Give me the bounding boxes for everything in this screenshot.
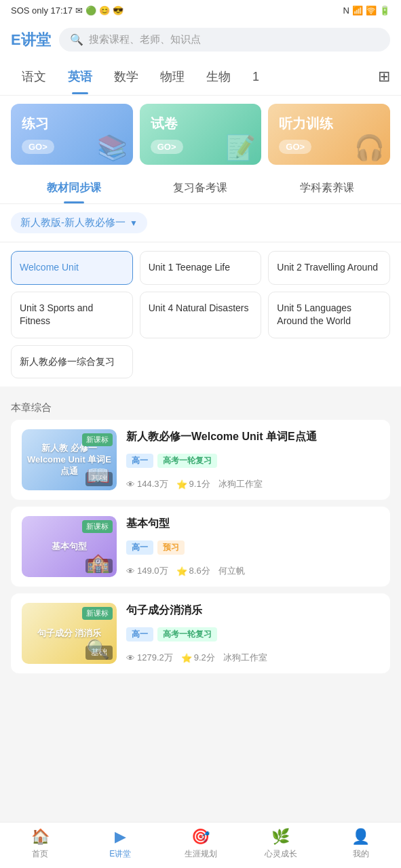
user-icon: 👤 [351,828,370,846]
tag-type-3: 高考一轮复习 [157,627,217,642]
subject-tabs: 语文 英语 数学 物理 生物 1 ⊞ [0,58,401,96]
banner-practice-deco: 📚 [97,134,128,162]
course-meta-1: 👁 144.3万 ⭐ 9.1分 冰狗工作室 [126,478,379,490]
thumb-text-2: 基本句型 [46,536,92,558]
thumb-illust-1: 📖 [86,465,110,487]
nav-career-label: 生涯规划 [185,848,217,860]
nav-growth-label: 心灵成长 [265,848,297,860]
subject-tab-chinese[interactable]: 语文 [11,59,57,94]
subject-tab-math[interactable]: 数学 [103,59,149,94]
status-left: SOS only 17:17 ✉ 🟢 😊 😎 [11,5,123,16]
status-right: N 📶 🛜 🔋 [343,5,390,16]
wifi-icon: 🛜 [366,5,377,16]
banner-exam[interactable]: 试卷 GO> 📝 [140,104,262,165]
unit-cell-3[interactable]: Unit 3 Sports and Fitness [11,292,133,338]
textbook-label: 新人教版-新人教必修一 [20,216,126,229]
sos-time: SOS only 17:17 [11,5,73,16]
nav-ejiangtang-label: E讲堂 [109,848,131,860]
author-3: 冰狗工作室 [223,652,267,664]
rating-2: ⭐ 8.6分 [176,565,210,577]
signal-icon: 📶 [352,5,363,16]
course-tags-1: 高一 高考一轮复习 [126,454,379,468]
subject-tab-biology[interactable]: 生物 [195,59,242,94]
course-info-1: 新人教必修一Welcome Unit 单词E点通 高一 高考一轮复习 👁 144… [126,429,379,490]
rating-3: ⭐ 9.2分 [181,652,215,664]
status-emoji2: 🟢 [85,5,96,16]
tag-type-1: 高考一轮复习 [157,454,217,468]
course-thumb-2: 基本句型 新课标 基础 🏫 [22,516,117,577]
tab-review-course[interactable]: 复习备考课 [137,173,263,203]
course-info-3: 句子成分消消乐 高一 高考一轮复习 👁 1279.2万 ⭐ 9.2分 冰狗工作室 [126,603,379,664]
views-3: 👁 1279.2万 [126,652,173,664]
new-badge-2: 新课标 [82,520,113,533]
author-2: 何立帆 [218,565,245,577]
status-bar: SOS only 17:17 ✉ 🟢 😊 😎 N 📶 🛜 🔋 [0,0,401,21]
course-tags-3: 高一 高考一轮复习 [126,627,379,642]
new-badge-1: 新课标 [82,433,113,446]
header: E讲堂 🔍 搜索课程、老师、知识点 [0,21,401,58]
home-icon: 🏠 [31,828,50,846]
status-emoji1: ✉ [75,5,83,16]
app-logo: E讲堂 [11,30,51,50]
play-icon: ▶ [115,828,126,846]
banner-practice-go[interactable]: GO> [22,140,54,154]
course-info-2: 基本句型 高一 预习 👁 149.0万 ⭐ 8.6分 何立帆 [126,516,379,577]
search-bar[interactable]: 🔍 搜索课程、老师、知识点 [59,28,390,52]
thumb-illust-3: 🔍 [86,638,110,660]
tag-grade-1: 高一 [126,454,153,468]
nav-home-label: 首页 [32,848,48,860]
chevron-down-icon: ▼ [130,218,138,228]
status-emoji3: 😊 [99,5,110,16]
banner-section: 练习 GO> 📚 试卷 GO> 📝 听力训练 GO> 🎧 [0,96,401,173]
course-card-2[interactable]: 基本句型 新课标 基础 🏫 基本句型 高一 预习 👁 149.0万 ⭐ 8.6分… [11,507,390,587]
unit-grid: Welcome Unit Unit 1 Teenage Life Unit 2 … [0,243,401,387]
thumb-illust-2: 🏫 [86,551,110,574]
unit-cell-2[interactable]: Unit 2 Travelling Around [268,251,390,285]
course-card-3[interactable]: 句子成分 消消乐 新课标 基础 🔍 句子成分消消乐 高一 高考一轮复习 👁 12… [11,593,390,673]
unit-cell-5[interactable]: Unit 5 Languages Around the World [268,292,390,338]
course-type-tabs: 教材同步课 复习备考课 学科素养课 [0,173,401,204]
banner-practice-title: 练习 [22,115,122,133]
nav-ejiangtang[interactable]: ▶ E讲堂 [80,823,160,868]
leaf-icon: 🌿 [271,828,290,846]
unit-cell-4[interactable]: Unit 4 Natural Disasters [140,292,262,338]
nav-career[interactable]: 🎯 生涯规划 [160,823,240,868]
course-card-1[interactable]: 新人教 必修一 Welcome Unit 单词E点通 新课标 基础 📖 新人教必… [11,420,390,500]
banner-listening-go[interactable]: GO> [279,140,311,154]
course-meta-3: 👁 1279.2万 ⭐ 9.2分 冰狗工作室 [126,652,379,664]
course-meta-2: 👁 149.0万 ⭐ 8.6分 何立帆 [126,565,379,577]
course-thumb-1: 新人教 必修一 Welcome Unit 单词E点通 新课标 基础 📖 [22,429,117,490]
nav-profile-label: 我的 [353,848,369,860]
nfc-icon: N [343,5,349,16]
tab-sync-course[interactable]: 教材同步课 [11,173,137,203]
grid-icon[interactable]: ⊞ [367,58,390,95]
textbook-selector: 新人教版-新人教必修一 ▼ [0,204,401,241]
banner-exam-go[interactable]: GO> [151,140,183,154]
views-2: 👁 149.0万 [126,565,168,577]
nav-home[interactable]: 🏠 首页 [0,823,80,868]
nav-growth[interactable]: 🌿 心灵成长 [241,823,321,868]
tab-quality-course[interactable]: 学科素养课 [264,173,390,203]
course-tags-2: 高一 预习 [126,540,379,555]
banner-exam-title: 试卷 [151,115,251,133]
course-title-3: 句子成分消消乐 [126,603,379,618]
search-icon: 🔍 [70,33,83,46]
section-title: 本章综合 [0,393,401,420]
subject-tab-physics[interactable]: 物理 [149,59,195,94]
unit-cell-review[interactable]: 新人教必修一综合复习 [11,345,133,379]
textbook-dropdown[interactable]: 新人教版-新人教必修一 ▼ [11,212,147,233]
tag-type-2: 预习 [157,540,185,555]
banner-listening[interactable]: 听力训练 GO> 🎧 [268,104,390,165]
subject-tab-english[interactable]: 英语 [57,59,103,94]
bottom-nav: 🏠 首页 ▶ E讲堂 🎯 生涯规划 🌿 心灵成长 👤 我的 [0,822,401,868]
unit-cell-welcome[interactable]: Welcome Unit [11,251,133,285]
banner-exam-deco: 📝 [225,134,256,162]
tag-grade-2: 高一 [126,540,153,555]
battery-icon: 🔋 [379,5,390,16]
subject-tab-more-num[interactable]: 1 [242,60,270,94]
nav-profile[interactable]: 👤 我的 [321,823,401,868]
banner-practice[interactable]: 练习 GO> 📚 [11,104,133,165]
course-title-2: 基本句型 [126,516,379,531]
unit-cell-1[interactable]: Unit 1 Teenage Life [140,251,262,285]
status-emoji4: 😎 [113,5,123,16]
